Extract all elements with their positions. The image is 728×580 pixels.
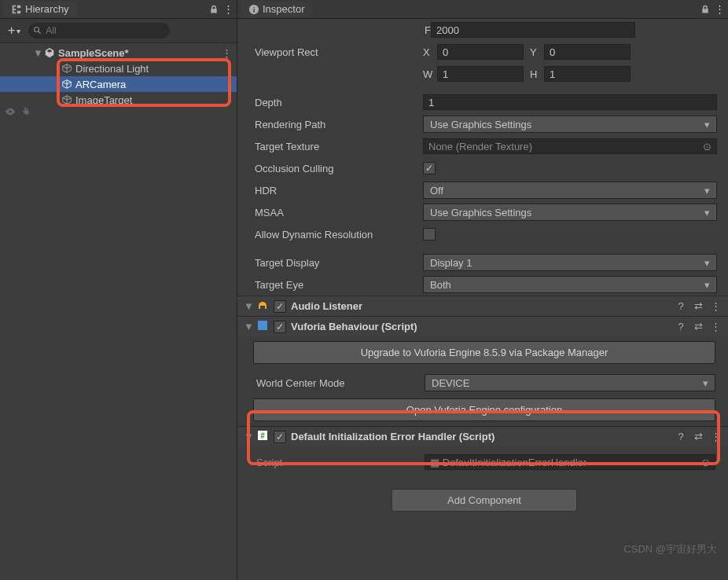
foldout-icon[interactable]: ▼ <box>33 47 41 59</box>
foldout-icon[interactable]: ▼ <box>244 431 252 442</box>
hand-icon[interactable] <box>20 106 31 119</box>
hierarchy-tab[interactable]: Hierarchy <box>3 1 77 17</box>
context-menu-icon[interactable]: ⋮ <box>222 4 233 15</box>
depth-label: Depth <box>252 97 417 108</box>
context-menu-icon[interactable]: ⋮ <box>714 4 725 15</box>
upgrade-vuforia-button[interactable]: Upgrade to Vuforia Engine 8.5.9 via Pack… <box>253 341 715 364</box>
chevron-down-icon: ▾ <box>704 207 710 218</box>
hdr-dropdown[interactable]: Off▾ <box>423 182 717 199</box>
inspector-panel: i Inspector ⋮ Far Viewport Rect X Y <box>237 0 728 580</box>
lock-icon[interactable] <box>700 4 711 15</box>
kebab-icon[interactable]: ⋮ <box>709 431 722 442</box>
hierarchy-search-input[interactable] <box>28 23 170 39</box>
info-icon: i <box>248 4 259 15</box>
vuforia-behaviour-header[interactable]: ▼ Vuforia Behaviour (Script) ? ⇄ ⋮ <box>237 316 728 336</box>
target-texture-field[interactable]: None (Render Texture)⊙ <box>423 138 717 154</box>
component-enable-checkbox[interactable] <box>274 321 286 333</box>
hierarchy-panel: Hierarchy ⋮ +▾ ▼ <box>0 0 237 580</box>
svg-line-1 <box>39 31 41 34</box>
help-icon[interactable]: ? <box>675 321 687 332</box>
target-eye-dropdown[interactable]: Both▾ <box>423 276 717 293</box>
item-label: Directional Light <box>75 63 149 75</box>
occlusion-label: Occlusion Culling <box>252 163 417 174</box>
chevron-down-icon: ▾ <box>703 377 708 389</box>
component-enable-checkbox[interactable] <box>274 300 286 313</box>
world-center-label: World Center Mode <box>253 377 418 389</box>
script-icon <box>256 319 269 334</box>
hierarchy-icon <box>11 4 22 15</box>
chevron-down-icon: ▾ <box>704 257 710 269</box>
default-init-header[interactable]: ▼ # Default Initialization Error Handler… <box>237 426 728 446</box>
inspector-title: Inspector <box>263 3 304 15</box>
preset-icon[interactable]: ⇄ <box>692 300 704 312</box>
search-icon <box>33 26 42 38</box>
foldout-icon[interactable]: ▼ <box>244 321 252 332</box>
viewport-w-input[interactable] <box>437 66 524 82</box>
msaa-dropdown[interactable]: Use Graphics Settings▾ <box>423 204 717 221</box>
item-label: ARCamera <box>75 79 126 90</box>
target-display-dropdown[interactable]: Display 1▾ <box>423 254 717 271</box>
hdr-label: HDR <box>252 185 417 196</box>
eye-icon[interactable] <box>5 106 16 119</box>
item-label: ImageTarget <box>75 94 132 106</box>
w-label: W <box>423 68 434 80</box>
lock-icon[interactable] <box>208 4 219 15</box>
watermark: CSDN @宇宙好男大 <box>623 542 717 556</box>
kebab-icon[interactable]: ⋮ <box>709 321 722 332</box>
allow-dynres-checkbox[interactable] <box>423 228 436 240</box>
chevron-down-icon: ▾ <box>704 279 710 291</box>
script-field: ▦ DefaultInitializationErrorHandler⊙ <box>425 454 715 470</box>
object-picker-icon: ⊙ <box>701 457 710 468</box>
viewport-y-input[interactable] <box>544 44 631 60</box>
target-display-label: Target Display <box>252 257 417 269</box>
headphones-icon <box>256 299 269 314</box>
tree-item-arcamera[interactable]: ARCamera <box>0 76 237 92</box>
audio-listener-header[interactable]: ▼ Audio Listener ? ⇄ ⋮ <box>237 296 728 316</box>
chevron-down-icon: ▾ <box>704 119 710 130</box>
hierarchy-tree: ▼ SampleScene* ⋮ Directional Light ARCam… <box>0 43 237 109</box>
open-vuforia-config-button[interactable]: Open Vuforia Engine configuration <box>253 398 715 421</box>
tree-item-imagetarget[interactable]: ImageTarget <box>0 92 237 108</box>
viewport-h-input[interactable] <box>544 66 631 82</box>
add-component-button[interactable]: Add Component <box>392 489 577 512</box>
x-label: X <box>423 46 434 58</box>
foldout-icon[interactable]: ▼ <box>244 300 252 312</box>
rendering-path-label: Rendering Path <box>252 119 417 130</box>
scene-label: SampleScene* <box>58 47 129 59</box>
depth-input[interactable] <box>423 94 717 110</box>
svg-rect-4 <box>258 321 267 330</box>
world-center-dropdown[interactable]: DEVICE▾ <box>425 374 715 391</box>
rendering-path-dropdown[interactable]: Use Graphics Settings▾ <box>423 116 717 133</box>
unity-icon <box>44 47 55 58</box>
script-label: Script <box>253 457 418 468</box>
far-label: Far <box>252 24 425 36</box>
svg-point-0 <box>35 28 39 32</box>
viewport-rect-label: Viewport Rect <box>252 46 417 58</box>
preset-icon[interactable]: ⇄ <box>692 321 704 332</box>
tree-item-directional-light[interactable]: Directional Light <box>0 61 237 76</box>
target-texture-label: Target Texture <box>252 141 417 152</box>
scene-menu-icon[interactable]: ⋮ <box>222 47 232 59</box>
h-label: H <box>530 68 541 80</box>
kebab-icon[interactable]: ⋮ <box>709 300 722 312</box>
cube-icon <box>61 94 72 105</box>
far-input[interactable] <box>431 22 635 38</box>
help-icon[interactable]: ? <box>675 300 687 312</box>
help-icon[interactable]: ? <box>675 431 687 442</box>
hierarchy-title: Hierarchy <box>25 3 69 15</box>
chevron-down-icon: ▾ <box>704 185 710 196</box>
y-label: Y <box>530 46 541 58</box>
cube-icon <box>61 63 72 74</box>
object-picker-icon[interactable]: ⊙ <box>703 141 711 152</box>
svg-text:i: i <box>253 5 256 13</box>
create-button[interactable]: +▾ <box>5 22 24 39</box>
cube-icon <box>61 79 72 90</box>
preset-icon[interactable]: ⇄ <box>692 431 704 442</box>
inspector-tab[interactable]: i Inspector <box>241 1 312 17</box>
component-enable-checkbox[interactable] <box>274 431 286 443</box>
occlusion-checkbox[interactable] <box>423 162 436 174</box>
visibility-column <box>0 106 35 119</box>
msaa-label: MSAA <box>252 207 417 218</box>
viewport-x-input[interactable] <box>437 44 524 60</box>
scene-item[interactable]: ▼ SampleScene* ⋮ <box>0 45 237 61</box>
